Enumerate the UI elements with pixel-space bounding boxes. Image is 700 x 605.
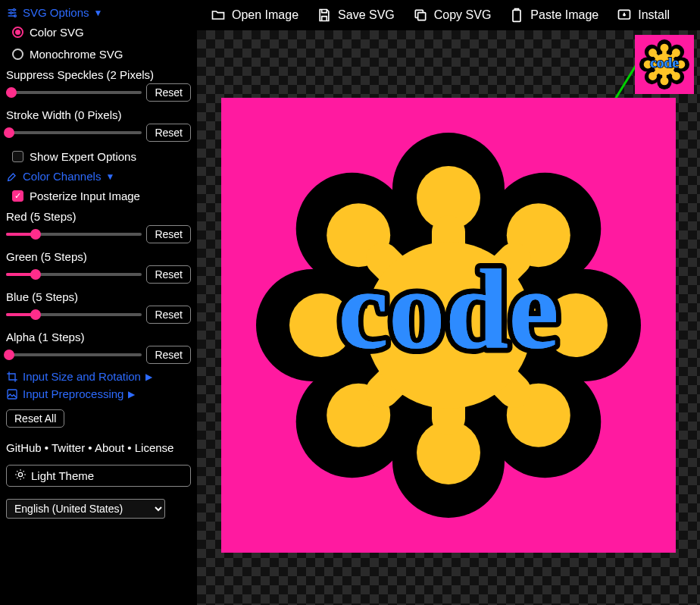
svg-rect-6 bbox=[513, 10, 520, 21]
crop-rotate-icon bbox=[6, 371, 18, 383]
slider-speckles-group: Suppress Speckles (2 Pixels) Reset bbox=[6, 68, 191, 102]
section-label: Color Channels bbox=[23, 170, 101, 183]
brush-icon bbox=[6, 171, 18, 183]
slider-stroke[interactable] bbox=[6, 131, 142, 134]
section-svg-options[interactable]: SVG Options ▼ bbox=[6, 6, 191, 19]
slider-blue-group: Blue (5 Steps) Reset bbox=[6, 290, 191, 324]
reset-button[interactable]: Reset bbox=[146, 83, 191, 102]
slider-label: Blue (5 Steps) bbox=[6, 290, 191, 303]
footer-links[interactable]: GitHub • Twitter • About • License bbox=[6, 441, 191, 454]
reset-button[interactable]: Reset bbox=[146, 225, 191, 243]
copy-svg-button[interactable]: Copy SVG bbox=[413, 8, 492, 23]
clipboard-icon bbox=[509, 8, 524, 23]
reset-button[interactable]: Reset bbox=[146, 346, 191, 364]
slider-label: Green (5 Steps) bbox=[6, 250, 191, 263]
tool-label: Open Image bbox=[232, 8, 298, 22]
slider-green[interactable] bbox=[6, 273, 142, 276]
save-svg-button[interactable]: Save SVG bbox=[317, 8, 395, 23]
reset-button[interactable]: Reset bbox=[146, 306, 191, 324]
canvas[interactable]: code code code code bbox=[197, 30, 700, 605]
svg-point-0 bbox=[13, 8, 15, 11]
open-image-button[interactable]: Open Image bbox=[211, 8, 298, 23]
slider-speckles[interactable] bbox=[6, 91, 142, 94]
language-select[interactable]: English (United States) bbox=[6, 499, 165, 519]
brightness-icon bbox=[14, 469, 27, 483]
slider-alpha-group: Alpha (1 Steps) Reset bbox=[6, 331, 191, 364]
svg-rect-3 bbox=[8, 390, 17, 399]
svg-rect-5 bbox=[417, 13, 425, 20]
sliders-icon bbox=[6, 7, 18, 19]
checkbox-icon: ✓ bbox=[12, 190, 23, 202]
checkbox-label: Show Expert Options bbox=[30, 150, 136, 163]
chevron-down-icon: ▼ bbox=[94, 8, 103, 18]
slider-label: Stroke Width (0 Pixels) bbox=[6, 108, 191, 121]
section-label: SVG Options bbox=[23, 6, 89, 19]
checkbox-icon bbox=[12, 151, 23, 162]
slider-blue[interactable] bbox=[6, 313, 142, 316]
radio-icon bbox=[12, 27, 23, 38]
tool-label: Save SVG bbox=[338, 8, 395, 22]
install-icon bbox=[617, 8, 632, 23]
section-label: Input Size and Rotation bbox=[23, 370, 141, 383]
slider-green-group: Green (5 Steps) Reset bbox=[6, 250, 191, 284]
reset-all-button[interactable]: Reset All bbox=[6, 409, 64, 428]
tool-label: Copy SVG bbox=[434, 8, 492, 22]
section-input-preprocessing[interactable]: Input Preprocessing ▶ bbox=[6, 387, 191, 400]
radio-color-svg[interactable]: Color SVG bbox=[12, 26, 191, 39]
sidebar: SVG Options ▼ Color SVG Monochrome SVG S… bbox=[0, 0, 197, 605]
theme-label: Light Theme bbox=[31, 469, 94, 482]
svg-point-1 bbox=[10, 11, 12, 14]
preview-thumbnail[interactable]: code code bbox=[635, 35, 694, 94]
main-area: Open Image Save SVG Copy SVG Paste Image… bbox=[197, 0, 700, 605]
svg-text:code: code bbox=[650, 55, 679, 71]
save-icon bbox=[317, 8, 332, 23]
radio-monochrome-svg[interactable]: Monochrome SVG bbox=[12, 48, 191, 61]
theme-toggle-button[interactable]: Light Theme bbox=[6, 465, 191, 487]
slider-label: Alpha (1 Steps) bbox=[6, 331, 191, 343]
section-label: Input Preprocessing bbox=[23, 387, 123, 400]
install-button[interactable]: Install bbox=[617, 8, 670, 23]
radio-label: Color SVG bbox=[30, 26, 84, 39]
section-input-size[interactable]: Input Size and Rotation ▶ bbox=[6, 370, 191, 383]
reset-button[interactable]: Reset bbox=[146, 265, 191, 284]
section-color-channels[interactable]: Color Channels ▼ bbox=[6, 170, 191, 183]
chevron-right-icon: ▶ bbox=[128, 389, 135, 400]
slider-red-group: Red (5 Steps) Reset bbox=[6, 210, 191, 243]
slider-label: Red (5 Steps) bbox=[6, 210, 191, 223]
svg-text:code: code bbox=[338, 246, 559, 372]
checkbox-label: Posterize Input Image bbox=[30, 190, 140, 202]
slider-label: Suppress Speckles (2 Pixels) bbox=[6, 68, 191, 81]
tool-label: Paste Image bbox=[530, 8, 598, 22]
slider-red[interactable] bbox=[6, 233, 142, 236]
slider-stroke-group: Stroke Width (0 Pixels) Reset bbox=[6, 108, 191, 142]
radio-icon bbox=[12, 49, 23, 60]
chevron-right-icon: ▶ bbox=[145, 371, 152, 382]
paste-image-button[interactable]: Paste Image bbox=[509, 8, 598, 23]
reset-button[interactable]: Reset bbox=[146, 124, 191, 142]
chevron-down-icon: ▼ bbox=[105, 171, 114, 182]
checkbox-expert[interactable]: Show Expert Options bbox=[12, 150, 191, 163]
svg-point-4 bbox=[18, 472, 22, 476]
tool-label: Install bbox=[638, 8, 670, 22]
checkbox-posterize[interactable]: ✓ Posterize Input Image bbox=[12, 190, 191, 202]
artwork-main: code code bbox=[221, 98, 676, 553]
slider-alpha[interactable] bbox=[6, 353, 142, 356]
image-icon bbox=[6, 388, 18, 400]
folder-icon bbox=[211, 8, 226, 23]
radio-label: Monochrome SVG bbox=[30, 48, 123, 61]
toolbar: Open Image Save SVG Copy SVG Paste Image… bbox=[197, 0, 700, 30]
copy-icon bbox=[413, 8, 428, 23]
